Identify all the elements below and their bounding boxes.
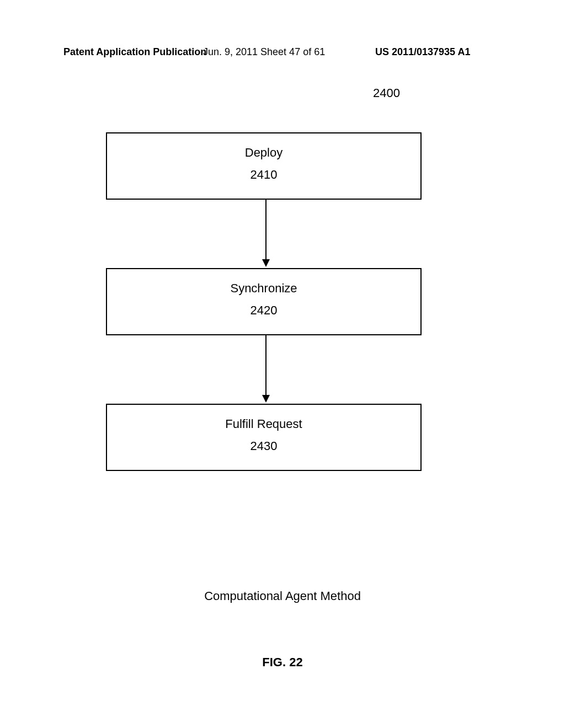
figure-caption: Computational Agent Method <box>0 589 565 603</box>
flow-box-number: 2410 <box>107 168 420 182</box>
figure-reference-number: 2400 <box>373 86 400 100</box>
flow-box-number: 2420 <box>107 303 420 318</box>
figure-number: FIG. 22 <box>0 655 565 670</box>
flow-box-synchronize: Synchronize 2420 <box>106 268 422 335</box>
header-date-sheet: Jun. 9, 2011 Sheet 47 of 61 <box>203 46 325 58</box>
flow-arrow <box>265 335 266 395</box>
flow-box-fulfill-request: Fulfill Request 2430 <box>106 404 422 471</box>
flow-box-title: Synchronize <box>107 281 420 296</box>
header-publication: Patent Application Publication <box>63 46 206 58</box>
flow-box-title: Deploy <box>107 146 420 160</box>
arrowhead-icon <box>262 259 270 267</box>
header-pub-number: US 2011/0137935 A1 <box>375 46 470 58</box>
flow-arrow <box>265 200 266 259</box>
flow-box-number: 2430 <box>107 439 420 453</box>
arrowhead-icon <box>262 395 270 403</box>
flow-box-title: Fulfill Request <box>107 417 420 431</box>
flow-box-deploy: Deploy 2410 <box>106 132 422 200</box>
